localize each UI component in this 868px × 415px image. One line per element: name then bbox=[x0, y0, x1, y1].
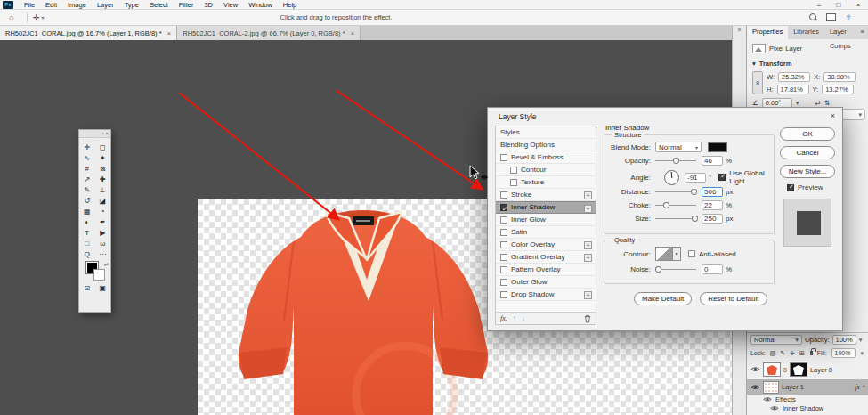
add-effect-icon[interactable]: + bbox=[584, 241, 592, 249]
move-effect-down-icon[interactable]: ↓ bbox=[522, 314, 525, 322]
search-icon[interactable] bbox=[809, 13, 817, 21]
angle-dial[interactable] bbox=[664, 170, 679, 185]
checkbox-checked[interactable] bbox=[500, 204, 507, 211]
layer-thumbnail[interactable] bbox=[763, 381, 779, 394]
workspace-icon[interactable] bbox=[826, 13, 836, 21]
opacity-slider[interactable] bbox=[655, 157, 696, 165]
satin-item[interactable]: Satin bbox=[496, 226, 596, 239]
flip-horizontal-icon[interactable]: ⇄ bbox=[815, 99, 821, 107]
type-tool[interactable]: T bbox=[79, 228, 95, 239]
transform-section-header[interactable]: ▾ Transform bbox=[747, 60, 868, 68]
blending-options-item[interactable]: Blending Options bbox=[496, 139, 596, 151]
inner-shadow-effect-row[interactable]: Inner Shadow bbox=[747, 403, 868, 412]
dialog-close-icon[interactable]: × bbox=[831, 111, 835, 120]
move-tool[interactable]: ✛ bbox=[79, 142, 95, 153]
checkbox[interactable] bbox=[510, 167, 517, 174]
menu-image[interactable]: Image bbox=[62, 0, 92, 10]
opacity-field[interactable]: 46 bbox=[702, 156, 723, 166]
effects-row[interactable]: Effects bbox=[747, 395, 868, 403]
tab-close-icon[interactable]: × bbox=[351, 29, 355, 37]
make-default-button[interactable]: Make Default bbox=[634, 292, 692, 305]
path-selection-tool[interactable]: ▶ bbox=[95, 228, 111, 239]
chevron-down-icon[interactable]: ▾ bbox=[860, 350, 864, 357]
clone-stamp-tool[interactable]: ⊥ bbox=[95, 185, 111, 196]
healing-brush-tool[interactable]: ✚ bbox=[95, 175, 111, 185]
checkbox[interactable] bbox=[500, 291, 507, 298]
menu-layer[interactable]: Layer bbox=[92, 0, 119, 10]
x-field[interactable]: 38.98% bbox=[823, 72, 856, 82]
checkbox[interactable] bbox=[500, 216, 507, 224]
fx-badge[interactable]: fx bbox=[855, 383, 859, 391]
cancel-button[interactable]: Cancel bbox=[780, 146, 835, 159]
texture-item[interactable]: Texture bbox=[496, 176, 596, 189]
checkbox[interactable] bbox=[500, 279, 507, 286]
size-slider[interactable] bbox=[655, 215, 696, 223]
lock-move-icon[interactable]: ✛ bbox=[790, 350, 795, 357]
noise-slider[interactable] bbox=[655, 265, 696, 273]
lock-transparency-icon[interactable]: ▨ bbox=[770, 350, 776, 357]
noise-field[interactable]: 0 bbox=[702, 264, 723, 274]
frame-tool[interactable]: ⊠ bbox=[95, 164, 111, 175]
fx-menu-icon[interactable]: fx. bbox=[500, 314, 507, 322]
use-global-light-checkbox[interactable] bbox=[718, 174, 726, 181]
pattern-overlay-item[interactable]: Pattern Overlay bbox=[496, 264, 596, 276]
history-brush-tool[interactable]: ↺ bbox=[79, 196, 95, 207]
angle-field[interactable]: -91 bbox=[685, 173, 706, 183]
ok-button[interactable]: OK bbox=[780, 127, 835, 141]
width-field[interactable]: 25.32% bbox=[778, 72, 810, 82]
tab-close-icon[interactable]: × bbox=[167, 29, 172, 37]
anti-aliased-checkbox[interactable] bbox=[688, 250, 695, 257]
visibility-eye-icon[interactable] bbox=[750, 366, 760, 372]
fill-select[interactable]: 100% bbox=[831, 348, 856, 358]
visibility-eye-icon[interactable] bbox=[763, 396, 772, 403]
gradient-overlay-item[interactable]: Gradient Overlay+ bbox=[496, 251, 596, 264]
inner-glow-item[interactable]: Inner Glow bbox=[496, 214, 596, 226]
lock-artboard-icon[interactable]: ⊞ bbox=[799, 350, 805, 357]
lock-all-icon[interactable] bbox=[810, 351, 813, 355]
contour-item[interactable]: Contour bbox=[496, 164, 596, 176]
color-overlay-item[interactable]: Color Overlay+ bbox=[496, 239, 596, 251]
add-effect-icon[interactable]: + bbox=[584, 291, 592, 299]
tab-layer-comps[interactable]: Layer Comps bbox=[824, 25, 861, 39]
quick-selection-tool[interactable]: ✦ bbox=[95, 153, 111, 164]
tab-properties[interactable]: Properties bbox=[747, 25, 788, 39]
stroke-item[interactable]: Stroke+ bbox=[496, 189, 596, 201]
gradient-tool[interactable]: ▦ bbox=[79, 207, 95, 217]
close-button[interactable]: × bbox=[848, 0, 868, 10]
menu-edit[interactable]: Edit bbox=[40, 0, 62, 10]
chevron-down-icon[interactable]: ▾ bbox=[796, 99, 799, 107]
checkbox[interactable] bbox=[500, 229, 507, 236]
layer-mask-thumbnail[interactable] bbox=[790, 362, 807, 377]
home-icon[interactable]: ⌂ bbox=[9, 12, 14, 22]
checkbox[interactable] bbox=[500, 154, 507, 161]
checkbox[interactable] bbox=[500, 266, 507, 273]
blend-mode-select[interactable]: Normal ▾ bbox=[750, 335, 802, 345]
visibility-eye-icon[interactable] bbox=[770, 405, 779, 411]
choke-slider[interactable] bbox=[655, 201, 696, 209]
layer-row-layer1[interactable]: Layer 1 fx ^ bbox=[747, 379, 868, 395]
tool-preset-dropdown-icon[interactable]: ▾ bbox=[42, 14, 45, 20]
minimize-button[interactable]: – bbox=[809, 0, 829, 10]
panel-menu-icon[interactable]: ≡ bbox=[861, 25, 868, 39]
tab-libraries[interactable]: Libraries bbox=[788, 25, 824, 39]
checkbox[interactable] bbox=[510, 179, 517, 186]
pen-tool[interactable]: ✒ bbox=[95, 217, 111, 228]
link-dimensions-icon[interactable]: 8 bbox=[752, 71, 763, 94]
dodge-tool[interactable]: ◐ bbox=[79, 217, 95, 228]
layer-thumbnail[interactable] bbox=[763, 362, 781, 377]
add-effect-icon[interactable]: + bbox=[584, 205, 592, 213]
height-field[interactable]: 17.81% bbox=[777, 85, 809, 94]
document-tab-active[interactable]: RH502JC1_CORAL.jpg @ 16.7% (Layer 1, RGB… bbox=[0, 26, 177, 40]
checkbox[interactable] bbox=[500, 191, 507, 199]
menu-help[interactable]: Help bbox=[278, 0, 302, 10]
y-field[interactable]: 13.27% bbox=[822, 85, 854, 94]
eraser-tool[interactable]: ◪ bbox=[95, 196, 111, 207]
visibility-eye-icon[interactable] bbox=[750, 384, 760, 390]
menu-view[interactable]: View bbox=[218, 0, 243, 10]
menu-filter[interactable]: Filter bbox=[174, 0, 199, 10]
checkbox[interactable] bbox=[500, 254, 507, 261]
rectangular-marquee-tool[interactable]: ◻ bbox=[95, 142, 111, 153]
size-field[interactable]: 250 bbox=[702, 214, 723, 224]
screen-mode-button[interactable]: ▣ bbox=[95, 283, 111, 294]
shadow-color-swatch[interactable] bbox=[708, 142, 727, 152]
